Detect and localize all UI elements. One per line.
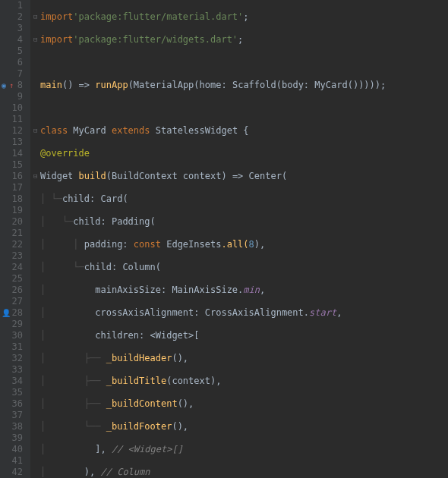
code-line: │ └─child: Column( <box>33 262 448 273</box>
code-line: ⊟ Widget build(BuildContext context) => … <box>33 171 448 182</box>
code-editor[interactable]: ⊟import 'package:flutter/material.dart';… <box>30 0 448 478</box>
line-number-gutter: 1 2 3 4 5 6 7 ◉↑8 9 10 11 12 13 14 15 16… <box>0 0 30 478</box>
code-line: │ └─child: Card( <box>33 193 448 205</box>
override-marker-icon[interactable]: ◉ <box>2 80 6 91</box>
code-line: │ ), // Column <box>33 467 448 478</box>
code-line <box>33 102 448 114</box>
code-line: ⊟import 'package:flutter/widgets.dart'; <box>33 34 448 46</box>
code-line: │ crossAxisAlignment: CrossAxisAlignment… <box>33 307 448 319</box>
fold-icon[interactable]: ⊟ <box>33 34 39 46</box>
person-gutter-icon[interactable]: 👤 <box>2 307 11 319</box>
code-line: │ └─child: Padding( <box>33 216 448 228</box>
code-line: │ ], // <Widget>[] <box>33 444 448 455</box>
code-line: │ mainAxisSize: MainAxisSize.min, <box>33 285 448 296</box>
fold-icon[interactable]: ⊟ <box>33 125 39 137</box>
code-line: ⊟class MyCard extends StatelessWidget { <box>33 125 448 137</box>
code-line: │ children: <Widget>[ <box>33 330 448 341</box>
code-line: ⊟import 'package:flutter/material.dart'; <box>33 11 448 23</box>
fold-icon[interactable]: ⊟ <box>33 11 39 23</box>
code-line: │ └── _buildFooter(), <box>33 421 448 432</box>
fold-icon[interactable]: ⊟ <box>33 171 39 182</box>
code-line: │ ├── _buildTitle(context), <box>33 376 448 387</box>
code-line: │ ├── _buildHeader(), <box>33 353 448 364</box>
code-line: main() => runApp(MaterialApp(home: Scaff… <box>33 80 448 91</box>
code-line: @override <box>33 148 448 159</box>
override-up-icon[interactable]: ↑ <box>9 80 14 91</box>
code-line: │ ├── _buildContent(), <box>33 398 448 410</box>
code-line <box>33 57 448 68</box>
code-line: │ │ padding: const EdgeInsets.all(8), <box>33 239 448 250</box>
